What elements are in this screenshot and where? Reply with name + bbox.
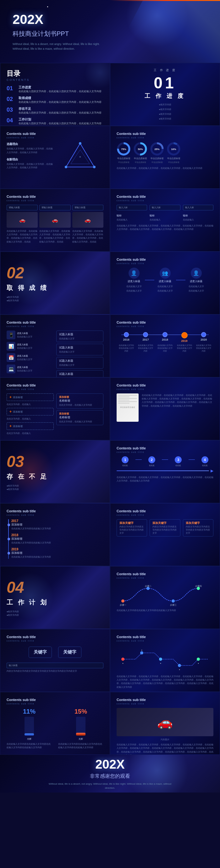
s4r-input-3[interactable]: 输入入标 bbox=[183, 205, 213, 210]
step-title-4: 在此处 bbox=[202, 464, 208, 467]
pct-col-2: 15% 光辉 在此处输入文字内容在此处输入文字内容在此处输入文字内容在此处输入文… bbox=[58, 708, 103, 749]
slide11-right: Contents sub title contents sub title ● … bbox=[110, 629, 220, 692]
pie-desc-4: 毕业品质标签 bbox=[168, 161, 180, 164]
year-label-2018: 2018 bbox=[162, 338, 168, 341]
s4r-sub: contents sub title bbox=[117, 199, 213, 202]
work-progress-items: ●相关字内容 ●相关字内容 ●相关字内容 ●相关字内容 bbox=[159, 103, 171, 121]
footer-title: 202X bbox=[95, 757, 124, 771]
s4r-input-1[interactable]: 输入入标 bbox=[117, 205, 147, 210]
s4r-sub-3: 输标 在此处输入 bbox=[183, 214, 213, 221]
s7l-label: Contents sub title bbox=[7, 383, 103, 387]
org-row: 👤 进度入标题 在此处输入文字 在此处输入文字 👥 进度入标题 在此处输入文字 … bbox=[117, 268, 213, 292]
s9l-sub: contents sub title bbox=[7, 514, 103, 516]
keyword-input[interactable]: 输入标题 bbox=[7, 663, 103, 668]
s7l-rtag-2: 添加标签 名称标签 在此文字内容，在此输入文字内容 bbox=[56, 410, 103, 425]
step-title-1: 在此处 bbox=[122, 464, 128, 467]
s7l-tag2-label: 添加标签 bbox=[13, 410, 23, 413]
pct-label-1: 光辉 bbox=[27, 737, 31, 741]
keyword-boxes: 关键字 关键字 bbox=[7, 645, 103, 659]
year-desc-2018: 在此处输入文字内容在此处输入文字内容 bbox=[157, 344, 173, 352]
section3-left: 03 存 在 不 足 ●相关字内容 ●相关字内容 bbox=[0, 440, 110, 503]
org-desc-3b: 在此处输入文字 bbox=[189, 289, 204, 292]
s4l-input-1[interactable]: 请输入标题 bbox=[7, 205, 38, 210]
org-icon-2: 👥 bbox=[160, 268, 171, 279]
toc-num-2: 02 bbox=[7, 96, 16, 102]
tl-year-2: 2018 bbox=[11, 533, 51, 537]
svg-text:●: ● bbox=[160, 662, 161, 664]
s12r-desc: 在此处输入文字内容，在此处输入文字内容，在此处输入文字内容，在此处输入文字内容，… bbox=[117, 743, 213, 755]
s12l-bars: 11% 光辉 在此处输入文字内容在此处输入文字内容在此处输入文字内容在此处输入文… bbox=[7, 708, 103, 749]
s6l-icon2-desc: 在此处输入文字 bbox=[17, 346, 32, 350]
s7l-rtag1-title: 添加标签 bbox=[59, 395, 101, 399]
org-3: 👤 进度入标题 在此处输入文字 在此处输入文字 bbox=[189, 268, 204, 292]
year-label-2017: 2017 bbox=[143, 338, 149, 341]
slide-6: Contents sub title contents sub title 📱 … bbox=[0, 314, 220, 377]
slide3-left: Contents sub title contents sub title 选题… bbox=[0, 126, 110, 189]
s7l-tag1-label: 添加标签 bbox=[13, 396, 23, 399]
toc-item-title-4: 工作计划 bbox=[19, 117, 101, 122]
s6l-ritem-3: 试题入标题 在此处输入文字 bbox=[56, 357, 103, 369]
org-1: 👤 进度入标题 在此处输入文字 在此处输入文字 bbox=[126, 268, 142, 292]
s11r-sub: contents sub title bbox=[117, 640, 213, 642]
s7r-sub: contents sub title bbox=[117, 388, 213, 390]
s9l-timeline: 2017 添加标签 在此处输入文字内容在此处输入文字内容 2018 添加标签 在… bbox=[7, 519, 103, 559]
plus-icon-3: + bbox=[9, 424, 12, 428]
slide3-right: Contents sub title contents sub title 75… bbox=[110, 126, 220, 189]
s4l-input-2[interactable]: 请输入标题 bbox=[39, 205, 70, 210]
s7l-tag-3[interactable]: + 添加标签 bbox=[7, 422, 54, 430]
year-desc-2019: 在此处输入文字内容在此处输入文字内容 bbox=[177, 344, 192, 352]
s4r-sub2-label: 输标 bbox=[150, 214, 180, 218]
s3l-item1-desc: 在此输入文字内容，在此输入文字内容，在此输入文字内容，在此输入文字内容 bbox=[7, 147, 54, 154]
org-desc-2b: 在此处输入文字 bbox=[157, 289, 173, 292]
s6l-ritem4-title: 试题入标题 bbox=[59, 372, 101, 376]
slide4-right: Contents sub title contents sub title 输入… bbox=[110, 189, 220, 252]
year-dot-2017 bbox=[143, 332, 148, 337]
s4r-sub2-desc: 在此处输入 bbox=[150, 218, 180, 221]
slide-7: Contents sub title contents sub title + … bbox=[0, 377, 220, 440]
org-title-2: 进度入标题 bbox=[159, 280, 171, 284]
pie-desc-2: 毕业品质标签 bbox=[135, 161, 146, 164]
s6l-ritem-1: 试题入标题 在此处输入文字 bbox=[56, 331, 103, 342]
s3l-item2: 创新理由 在此输入文字内容，在此输入文字内容，在此输入文字内容，在此输入文字内容 bbox=[7, 157, 54, 169]
s4r-input-2[interactable]: 输入入标 bbox=[150, 205, 180, 210]
s6l-icon4-text: 进度入标题 在此处输入文字 bbox=[17, 366, 32, 372]
s7l-tag-1[interactable]: + 添加标签 bbox=[7, 394, 54, 401]
step-line-1 bbox=[135, 460, 142, 460]
pct-val-1: 11% bbox=[23, 708, 35, 715]
s4r-sub-2: 输标 在此处输入 bbox=[150, 214, 180, 221]
car-img-3: 🚗 bbox=[72, 212, 103, 228]
s3r-extra-desc: 在此处输入文字内容，在此处输入文字内容，在此处输入文字内容，在此处输入文字内容 bbox=[117, 166, 213, 170]
s7r-content: 单击鼠标双击修改 在此处输入文字内容，在此处输入文字内容，在此处输入文字内容，在… bbox=[117, 394, 213, 422]
icon-phone: 📱 bbox=[7, 331, 15, 339]
s6l-icon1-label: 进度入标题 bbox=[17, 332, 32, 335]
step-4: 4 在此处 bbox=[196, 456, 214, 467]
s6r-sub: contents sub title bbox=[117, 325, 213, 328]
pie-2: 50% 毕业品质标签 毕业品质标签 bbox=[133, 142, 148, 164]
s9l-label: Contents sub title bbox=[7, 509, 103, 513]
year-desc-2020: 在此处输入文字内容在此处输入文字内容 bbox=[196, 344, 212, 352]
svg-point-30 bbox=[197, 658, 200, 661]
doc-line-2 bbox=[118, 397, 129, 397]
svg-text:步骤四: 步骤四 bbox=[195, 585, 202, 587]
s6l-icon4-label: 进度入标题 bbox=[17, 366, 32, 369]
s7r-desc: 在此处输入文字内容，在此处输入文字内容，在此处输入文字内容，在此处输入文字内容，… bbox=[142, 394, 213, 408]
s5r-label: Contents sub title bbox=[117, 257, 213, 261]
s9r-item-2: 添加关键字 内容文字内容文字内容文字内容文字内容文字内容文字 bbox=[150, 519, 180, 536]
s4l-input-3[interactable]: 请输入标题 bbox=[72, 205, 103, 210]
s7l-content: + 添加标签 在此文字内容，在此输入 + 添加标签 在此文字内容，在此输入 + … bbox=[7, 394, 103, 435]
s7l-tag3-label: 添加标签 bbox=[13, 425, 23, 428]
svg-point-21 bbox=[197, 587, 200, 590]
work-progress-label: 工 作 进 度 bbox=[154, 68, 176, 72]
s11r-label: Contents sub title bbox=[117, 635, 213, 639]
s12r-sub: contents sub title bbox=[117, 703, 213, 705]
s9r-item-1: 添加关键字 内容文字内容文字内容文字内容文字内容文字内容文字 bbox=[117, 519, 147, 536]
toc-item-desc-4: 在此处输入您的文字内容，在此处输入您的文字内容，在此处输入文字内容 bbox=[19, 122, 101, 125]
s6l-icon-1: 📱 进度入标题 在此处输入文字 bbox=[7, 331, 54, 339]
s7l-tag-2[interactable]: + 添加标签 bbox=[7, 408, 54, 415]
year-2020: 2020 bbox=[200, 332, 207, 342]
s3r-label: Contents sub title bbox=[117, 132, 213, 135]
s7l-tags-right: 添加标签 名称标签 在此文字内容，在此输入文字内容 添加标签 名称标签 在此文字… bbox=[56, 394, 103, 435]
toc-item-desc-2: 在此处输入您的文字内容，在此处输入您的文字内容，在此处输入文字内容 bbox=[19, 100, 101, 104]
s6r-label: Contents sub title bbox=[117, 320, 213, 324]
tl-year-3: 2019 bbox=[11, 548, 51, 551]
